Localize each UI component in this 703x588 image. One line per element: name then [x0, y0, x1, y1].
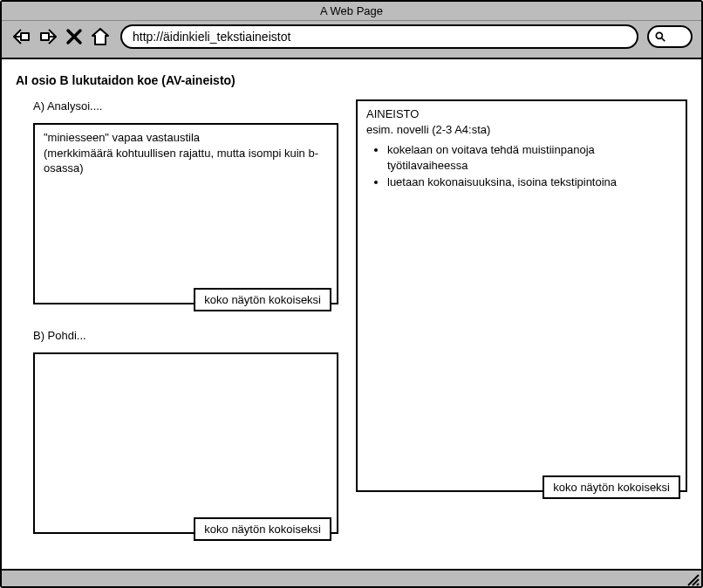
back-icon[interactable]	[10, 25, 33, 48]
layout-columns: A) Analysoi.... "miniesseen" vapaa vasta…	[16, 99, 687, 534]
fullscreen-button-material[interactable]: koko näytön kokoiseksi	[543, 475, 680, 499]
section-b-label: B) Pohdi...	[33, 329, 338, 342]
material-heading: AINEISTO	[366, 106, 677, 122]
material-subheading: esim. novelli (2-3 A4:sta)	[366, 122, 677, 138]
resize-grip-icon[interactable]	[686, 572, 700, 586]
search-button[interactable]	[647, 25, 693, 48]
fullscreen-button-b[interactable]: koko näytön kokoiseksi	[194, 517, 331, 541]
answer-panel-a[interactable]: "miniesseen" vapaa vastaustila (merkkimä…	[33, 123, 338, 304]
svg-line-3	[662, 38, 665, 42]
section-a-label: A) Analysoi....	[33, 99, 338, 113]
answer-a-text: "miniesseen" vapaa vastaustila (merkkimä…	[35, 125, 337, 181]
page-title: AI osio B lukutaidon koe (AV-aineisto)	[16, 73, 687, 87]
forward-icon[interactable]	[37, 25, 59, 48]
answer-a-line2: (merkkimäärä kohtuullisen rajattu, mutta…	[44, 146, 328, 176]
right-column: AINEISTO esim. novelli (2-3 A4:sta) koke…	[356, 99, 687, 534]
material-bullet: luetaan kokonaisuuksina, isoina tekstipi…	[387, 174, 677, 190]
browser-toolbar	[2, 21, 701, 58]
svg-line-6	[697, 584, 699, 585]
material-panel: AINEISTO esim. novelli (2-3 A4:sta) koke…	[356, 99, 687, 492]
url-input[interactable]	[120, 24, 638, 49]
window-title: A Web Page	[2, 2, 701, 21]
material-content: AINEISTO esim. novelli (2-3 A4:sta) koke…	[358, 101, 686, 197]
browser-window: A Web Page	[0, 0, 703, 588]
home-icon[interactable]	[89, 25, 112, 48]
svg-point-2	[656, 32, 662, 38]
material-bullets: kokelaan on voitava tehdä muistiinpanoja…	[387, 142, 677, 190]
page-content: AI osio B lukutaidon koe (AV-aineisto) A…	[2, 58, 701, 569]
status-bar	[2, 569, 701, 586]
answer-panel-b[interactable]: koko näytön kokoiseksi	[33, 352, 338, 534]
material-bullet: kokelaan on voitava tehdä muistiinpanoja…	[387, 142, 677, 173]
stop-icon[interactable]	[63, 25, 85, 48]
answer-a-line1: "miniesseen" vapaa vastaustila	[44, 130, 328, 146]
fullscreen-button-a[interactable]: koko näytön kokoiseksi	[194, 288, 331, 311]
left-column: A) Analysoi.... "miniesseen" vapaa vasta…	[33, 99, 338, 534]
